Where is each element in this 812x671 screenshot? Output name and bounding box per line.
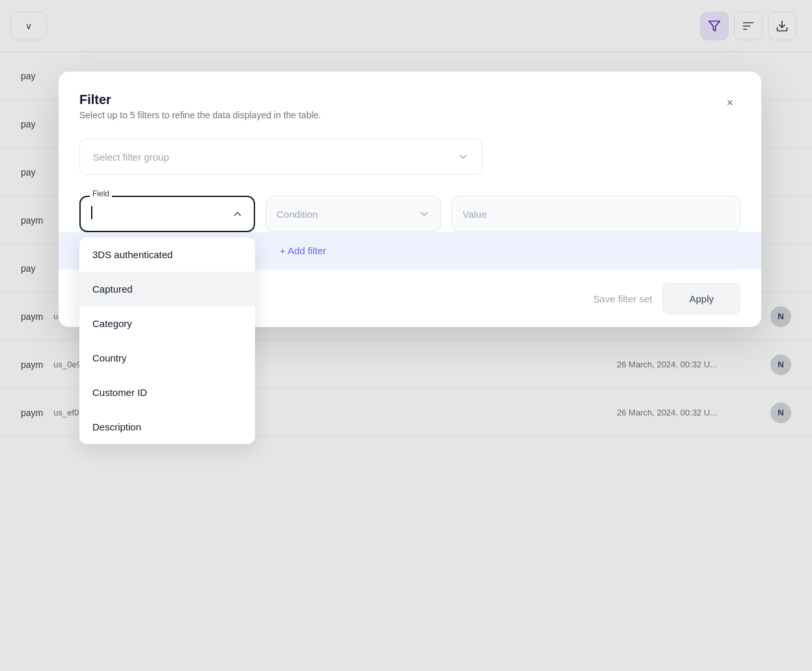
field-dropdown-wrapper: Field 3DS authenticated Captured xyxy=(79,196,255,232)
modal-title-group: Filter Select up to 5 filters to refine … xyxy=(79,92,321,120)
add-filter-button[interactable]: + Add filter xyxy=(280,245,326,256)
filter-field-row: Field 3DS authenticated Captured xyxy=(79,196,740,232)
filter-group-dropdown[interactable]: Select filter group xyxy=(79,138,483,175)
dropdown-item-country[interactable]: Country xyxy=(79,341,255,375)
apply-button[interactable]: Apply xyxy=(662,283,740,314)
chevron-down-icon xyxy=(457,151,469,163)
dropdown-list-inner: 3DS authenticated Captured Category Coun… xyxy=(79,237,255,444)
modal-header: Filter Select up to 5 filters to refine … xyxy=(79,92,740,120)
modal-subtitle: Select up to 5 filters to refine the dat… xyxy=(79,110,321,120)
field-select[interactable] xyxy=(79,196,255,232)
dropdown-item-captured[interactable]: Captured xyxy=(79,272,255,306)
value-placeholder: Value xyxy=(463,209,487,220)
dropdown-item-category[interactable]: Category xyxy=(79,306,255,341)
chevron-down-icon xyxy=(418,208,430,220)
field-cursor-indicator xyxy=(91,206,92,222)
chevron-up-icon xyxy=(232,208,243,220)
close-button[interactable]: × xyxy=(720,92,740,113)
filter-group-placeholder: Select filter group xyxy=(93,151,169,163)
field-dropdown-list: 3DS authenticated Captured Category Coun… xyxy=(79,237,255,444)
save-filter-button[interactable]: Save filter set xyxy=(593,293,653,304)
condition-label: Condition xyxy=(277,209,318,220)
dropdown-item-3ds[interactable]: 3DS authenticated xyxy=(79,237,255,272)
modal-title: Filter xyxy=(79,92,321,107)
dropdown-item-customer-id[interactable]: Customer ID xyxy=(79,375,255,410)
condition-dropdown[interactable]: Condition xyxy=(265,196,441,232)
dropdown-item-description[interactable]: Description xyxy=(79,410,255,444)
value-input[interactable]: Value xyxy=(452,196,740,232)
field-label: Field xyxy=(90,189,112,198)
filter-modal: Filter Select up to 5 filters to refine … xyxy=(59,72,761,327)
text-cursor xyxy=(91,206,92,219)
